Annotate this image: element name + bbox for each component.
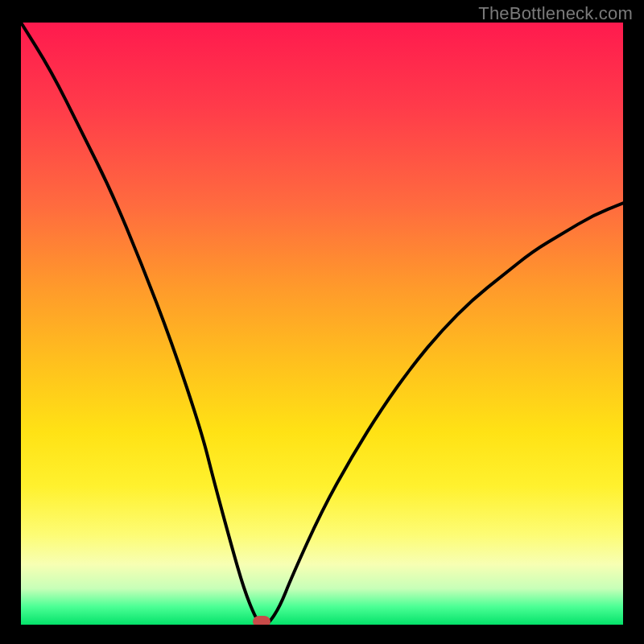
bottleneck-curve-path <box>21 23 623 625</box>
chart-frame: TheBottleneck.com <box>0 0 644 644</box>
optimal-point-marker <box>253 616 270 625</box>
watermark-text: TheBottleneck.com <box>478 3 633 24</box>
plot-area <box>21 23 623 625</box>
curve-svg <box>21 23 623 625</box>
